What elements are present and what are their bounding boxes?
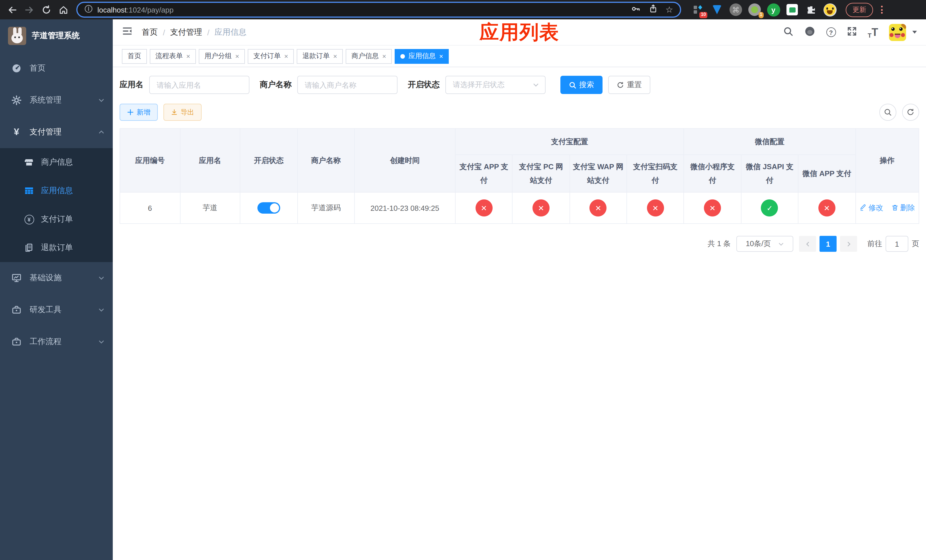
tab-app-info[interactable]: 应用信息× — [395, 49, 449, 64]
help-icon[interactable]: ? — [826, 27, 836, 37]
fullscreen-icon[interactable] — [847, 26, 857, 38]
breadcrumb-current: 应用信息 — [215, 27, 247, 37]
toolbox-icon — [11, 305, 22, 315]
tab-process-form[interactable]: 流程表单× — [150, 49, 196, 64]
sidebar-item-refund-orders[interactable]: 退款订单 — [0, 233, 113, 262]
browser-update-button[interactable]: 更新 — [846, 3, 873, 17]
tab-refund-orders[interactable]: 退款订单× — [297, 49, 343, 64]
chevron-down-icon — [98, 97, 105, 104]
page-suffix: 页 — [912, 239, 919, 249]
forward-icon[interactable] — [22, 2, 36, 17]
extension-gem-icon[interactable] — [710, 3, 724, 17]
top-navbar: 首页 / 支付管理 / 应用信息 应用列表 ? — [113, 20, 926, 45]
goto-page-input[interactable] — [885, 236, 908, 252]
sidebar-item-label: 应用信息 — [41, 186, 73, 196]
sidebar-item-label: 研发工具 — [30, 305, 62, 315]
search-icon[interactable] — [783, 26, 793, 38]
home-icon[interactable] — [56, 2, 71, 17]
sidebar-item-label: 退款订单 — [41, 243, 73, 253]
sidebar-item-merchant-info[interactable]: 商户信息 — [0, 148, 113, 177]
add-button[interactable]: 新增 — [120, 104, 158, 121]
screen: localhost:1024/pay/app ☆ 10 ⌘ 1 — [0, 0, 926, 560]
briefcase-icon — [11, 337, 22, 347]
show-search-button[interactable] — [879, 104, 896, 121]
sidebar-item-app-info[interactable]: 应用信息 — [0, 177, 113, 205]
url-text: localhost:1024/pay/app — [97, 5, 173, 15]
extensions-area: 10 ⌘ 1 y — [691, 3, 837, 17]
sidebar-logo[interactable]: 芋道管理系统 — [0, 20, 113, 52]
plus-icon — [127, 109, 134, 116]
collapse-sidebar-icon[interactable] — [122, 26, 133, 39]
search-button[interactable]: 搜索 — [560, 76, 602, 94]
close-icon[interactable]: × — [235, 53, 239, 59]
sidebar-item-system[interactable]: 系统管理 — [0, 84, 113, 116]
dashboard-icon — [11, 63, 22, 74]
pagination: 共 1 条 10条/页 1 前往 页 — [120, 236, 919, 252]
tab-merchant-info[interactable]: 商户信息× — [346, 49, 392, 64]
sidebar-item-infrastructure[interactable]: 基础设施 — [0, 262, 113, 294]
font-size-icon[interactable]: TT — [868, 26, 878, 38]
sidebar-item-workflow[interactable]: 工作流程 — [0, 326, 113, 358]
active-tab-dot — [400, 54, 405, 58]
merchant-name-input[interactable] — [297, 76, 398, 94]
page-number[interactable]: 1 — [820, 236, 837, 252]
close-icon[interactable]: × — [284, 53, 288, 59]
avatar-caret-icon[interactable] — [912, 31, 917, 33]
col-header-alipay-pc: 支付宝 PC 网站支付 — [513, 155, 570, 192]
refresh-icon — [617, 81, 624, 89]
table-row: 6 芋道 芋道源码 2021-10-23 08:49:25 ✕ ✕ ✕ ✕ ✕ … — [120, 192, 919, 224]
app-name-input[interactable] — [149, 76, 250, 94]
extension-record-icon[interactable]: 1 — [748, 3, 761, 17]
github-icon[interactable] — [804, 25, 815, 39]
status-toggle[interactable] — [257, 202, 280, 213]
chevron-down-icon — [98, 306, 105, 313]
sidebar-item-dev-tools[interactable]: 研发工具 — [0, 294, 113, 326]
extension-emoji-icon[interactable] — [823, 3, 837, 17]
col-header-actions: 操作 — [855, 129, 919, 192]
tab-user-group[interactable]: 用户分组× — [199, 49, 245, 64]
sidebar-item-payment[interactable]: ¥ 支付管理 — [0, 116, 113, 148]
status-select[interactable]: 请选择开启状态 — [445, 76, 546, 94]
site-info-icon[interactable] — [84, 4, 93, 15]
chevron-left-icon — [804, 241, 811, 247]
table-toolbar: 新增 导出 — [120, 104, 919, 121]
next-page-button[interactable] — [840, 236, 857, 252]
browser-menu-icon[interactable] — [881, 6, 883, 14]
close-icon[interactable]: × — [382, 53, 386, 59]
breadcrumb-payment[interactable]: 支付管理 — [170, 27, 202, 37]
back-icon[interactable] — [5, 2, 20, 17]
sidebar-item-home[interactable]: 首页 — [0, 52, 113, 84]
share-icon[interactable] — [648, 4, 658, 15]
delete-link[interactable]: 删除 — [891, 203, 915, 213]
page-size-select[interactable]: 10条/页 — [736, 236, 793, 252]
extension-chat-icon[interactable] — [785, 3, 799, 17]
reset-button[interactable]: 重置 — [608, 76, 651, 94]
col-header-wx-jsapi: 微信 JSAPI 支付 — [741, 155, 799, 192]
extension-y-icon[interactable]: y — [767, 3, 780, 17]
extension-tabs-icon[interactable]: 10 — [691, 3, 705, 17]
edit-link[interactable]: 修改 — [859, 203, 883, 213]
page-content: 应用名 商户名称 开启状态 请选择开启状态 — [113, 67, 926, 560]
breadcrumb-home[interactable]: 首页 — [142, 27, 158, 37]
cell-app-name: 芋道 — [180, 192, 240, 224]
prev-page-button[interactable] — [799, 236, 816, 252]
refresh-table-button[interactable] — [902, 104, 919, 121]
col-header-created: 创建时间 — [354, 129, 455, 192]
avatar[interactable] — [889, 24, 906, 41]
tab-payment-orders[interactable]: 支付订单× — [248, 49, 294, 64]
tab-home[interactable]: 首页 — [122, 49, 147, 64]
browser-toolbar: localhost:1024/pay/app ☆ 10 ⌘ 1 — [0, 0, 926, 20]
status-label: 开启状态 — [408, 80, 440, 90]
pencil-icon — [859, 204, 867, 212]
password-key-icon[interactable] — [631, 4, 640, 16]
export-button[interactable]: 导出 — [163, 104, 201, 121]
close-icon[interactable]: × — [186, 53, 190, 59]
bookmark-star-icon[interactable]: ☆ — [666, 5, 673, 15]
sidebar-item-payment-orders[interactable]: ¥ 支付订单 — [0, 205, 113, 233]
close-icon[interactable]: × — [333, 53, 337, 59]
extension-command-icon[interactable]: ⌘ — [729, 3, 743, 17]
close-icon[interactable]: × — [439, 53, 443, 59]
url-bar[interactable]: localhost:1024/pay/app ☆ — [76, 2, 681, 18]
reload-icon[interactable] — [39, 2, 53, 17]
extensions-puzzle-icon[interactable] — [804, 3, 818, 17]
